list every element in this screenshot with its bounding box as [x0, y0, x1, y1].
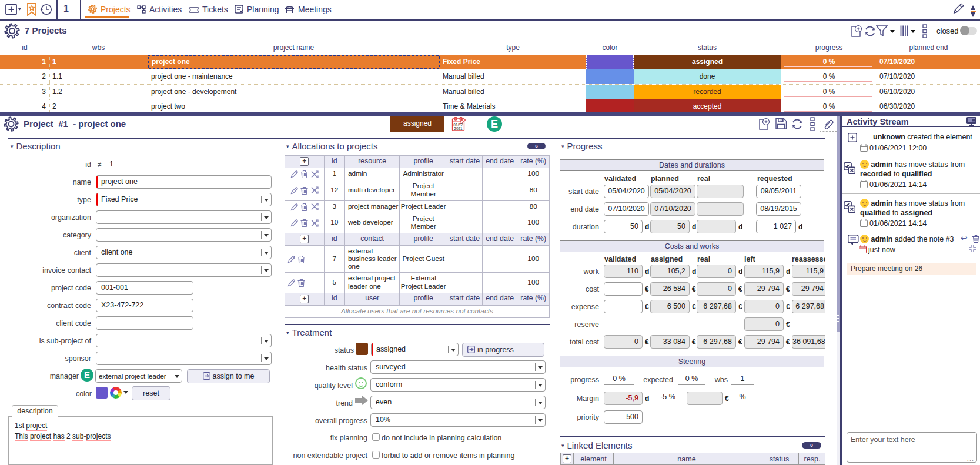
- svg-text:2021: 2021: [454, 126, 463, 131]
